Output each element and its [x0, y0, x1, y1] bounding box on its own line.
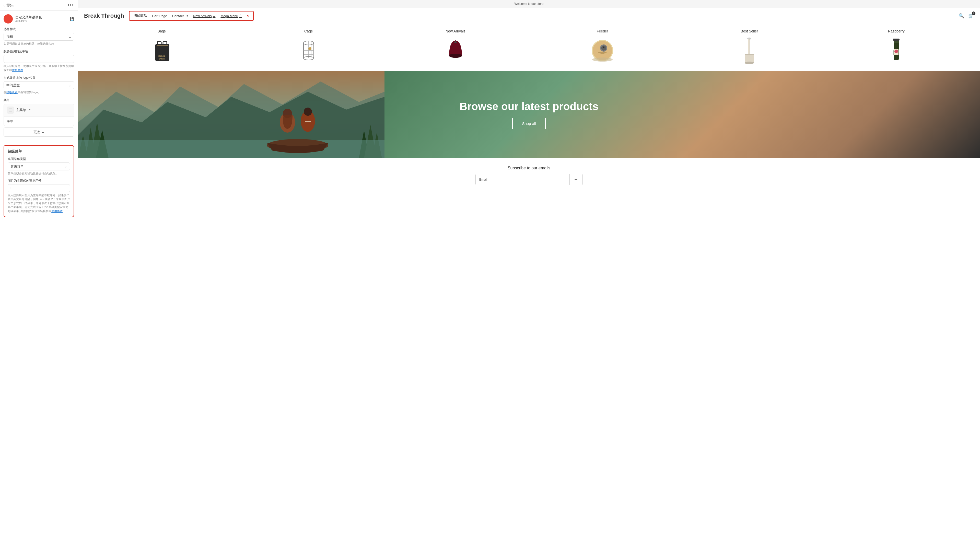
category-cage-img: [293, 35, 324, 66]
image-index-field-group: 图片为主形式的菜单序号 输入想要展示图片为主形式的导航序号，如果多个就用英文逗号…: [8, 179, 70, 213]
menu-field-group: 菜单 ☰ 主菜单 ↗ 菜单 更改 ⌄: [3, 98, 74, 137]
svg-rect-30: [745, 54, 754, 63]
nav-item-contact[interactable]: Contact us: [172, 14, 188, 18]
category-best-seller[interactable]: Best Seller: [734, 29, 765, 66]
svg-point-54: [304, 108, 312, 116]
nav-item-cart[interactable]: Cart Page: [152, 14, 167, 18]
panel-header: ‹ 标头 •••: [0, 0, 78, 11]
mega-menu-arrow-icon: ⌃: [239, 14, 242, 18]
header-right: 🔍 🛒 2: [959, 13, 974, 19]
template-settings-link[interactable]: 模板设置: [7, 91, 18, 94]
store-header: Break Through 测试商品 Cart Page Contact us …: [78, 8, 980, 24]
nav-bar: 测试商品 Cart Page Contact us New Arrivals ⌄…: [129, 11, 254, 21]
style-label: 选择样式: [3, 27, 74, 31]
back-button[interactable]: ‹ 标头: [3, 3, 13, 8]
email-row: →: [476, 174, 583, 185]
category-bags[interactable]: Bags DUNK CATCH: [146, 29, 177, 66]
nav-item-mega-menu[interactable]: Mega Menu ⌃: [220, 14, 242, 18]
color-text: 自定义菜单强调色 #EA4335: [15, 15, 42, 23]
color-name: 自定义菜单强调色: [15, 15, 42, 20]
highlight-input[interactable]: [3, 55, 74, 63]
svg-rect-35: [894, 41, 899, 43]
more-options-button[interactable]: •••: [68, 3, 74, 8]
style-select-wrapper: 加粗: [3, 33, 74, 41]
menu-card: ☰ 主菜单 ↗ 菜单: [3, 104, 74, 126]
image-index-label: 图片为主形式的菜单序号: [8, 179, 70, 183]
desktop-type-hint: 菜单类型会针对移动设备进行自动优化。: [8, 172, 70, 175]
svg-point-24: [603, 46, 605, 48]
category-raspberry-img: [881, 35, 912, 66]
image-index-hint: 输入想要展示图片为主形式的导航序号，如果多个就用英文逗号分隔，例如: 4,5 或…: [8, 194, 70, 213]
image-index-input[interactable]: [8, 184, 70, 192]
save-color-icon[interactable]: 💾: [70, 17, 74, 21]
color-row: 自定义菜单强调色 #EA4335 💾: [3, 14, 74, 23]
category-best-seller-label: Best Seller: [740, 29, 758, 33]
category-bags-label: Bags: [158, 29, 166, 33]
svg-rect-33: [893, 38, 899, 41]
category-best-seller-img: [734, 35, 765, 66]
hero-section: Browse our latest products Shop all: [78, 71, 980, 158]
category-feeder[interactable]: Feeder: [587, 29, 618, 66]
hero-title: Browse our latest products: [459, 101, 598, 112]
panel-body: 自定义菜单强调色 #EA4335 💾 选择样式 加粗 如需强调超级菜单的标题，建…: [0, 11, 78, 221]
cart-icon[interactable]: 🛒 2: [968, 13, 974, 19]
category-raspberry[interactable]: Raspberry: [881, 29, 912, 66]
color-swatch[interactable]: [3, 14, 13, 23]
left-panel: ‹ 标头 ••• 自定义菜单强调色 #EA4335 💾 选择样式 加粗: [0, 0, 78, 559]
highlight-field-group: 想要强调的菜单项 输入导航序号，使用英文逗号分隔，来展示上新红点提示或加粗使用参…: [3, 49, 74, 72]
svg-point-32: [745, 61, 754, 64]
change-menu-label: 更改: [33, 130, 40, 134]
category-new-arrivals[interactable]: New Arrivals: [440, 29, 471, 66]
super-menu-section: 超级菜单 桌面菜单类型 超级菜单 菜单类型会针对移动设备进行自动优化。 图片为主…: [3, 145, 74, 217]
highlight-label: 想要强调的菜单项: [3, 49, 74, 54]
supermenu-help-link[interactable]: 使用参考: [51, 210, 63, 213]
store-banner: Welcome to our store: [78, 0, 980, 8]
logo-position-select[interactable]: 中间居左: [3, 81, 74, 89]
change-menu-button[interactable]: 更改 ⌄: [3, 127, 74, 137]
svg-point-38: [894, 50, 898, 53]
menu-card-body: 菜单: [4, 116, 74, 126]
banner-text: Welcome to our store: [514, 2, 544, 6]
subscribe-title: Subscribe to our emails: [86, 166, 972, 170]
svg-point-39: [894, 58, 899, 60]
nav-item-new-arrivals[interactable]: New Arrivals ⌄: [193, 14, 215, 18]
desktop-type-select[interactable]: 超级菜单: [8, 162, 70, 170]
svg-rect-50: [78, 140, 385, 158]
right-panel: Welcome to our store Break Through 测试商品 …: [78, 0, 980, 559]
menu-card-header: ☰ 主菜单 ↗: [4, 104, 74, 116]
category-new-arrivals-img: [440, 35, 471, 66]
svg-point-16: [310, 47, 311, 49]
category-new-arrivals-label: New Arrivals: [446, 29, 466, 33]
hero-content: Browse our latest products Shop all: [459, 101, 598, 129]
logo-position-hint: 在模板设置中编辑您的 logo。: [3, 91, 74, 94]
highlight-link[interactable]: 使用参考: [12, 68, 23, 71]
svg-rect-31: [745, 54, 754, 55]
chevron-down-icon: ⌄: [41, 130, 45, 134]
back-arrow-icon: ‹: [3, 3, 5, 7]
category-nav: Bags DUNK CATCH Cage: [78, 24, 980, 71]
desktop-type-label: 桌面菜单类型: [8, 157, 70, 161]
desktop-type-field-group: 桌面菜单类型 超级菜单 菜单类型会针对移动设备进行自动优化。: [8, 157, 70, 175]
search-icon[interactable]: 🔍: [959, 13, 964, 19]
email-input[interactable]: [476, 174, 569, 185]
nav-item-test[interactable]: 测试商品: [134, 13, 147, 18]
svg-text:CATCH: CATCH: [159, 58, 165, 60]
new-arrivals-arrow-icon: ⌄: [213, 14, 215, 18]
color-hex: #EA4335: [15, 20, 42, 23]
color-info: 自定义菜单强调色 #EA4335: [3, 14, 42, 23]
email-submit-button[interactable]: →: [569, 174, 582, 185]
style-field-group: 选择样式 加粗 如需强调超级菜单的标题，建议选择加粗: [3, 27, 74, 46]
category-raspberry-label: Raspberry: [888, 29, 905, 33]
category-cage[interactable]: Cage: [293, 29, 324, 66]
menu-external-link-icon[interactable]: ↗: [28, 108, 31, 112]
svg-rect-27: [748, 38, 749, 54]
svg-point-25: [592, 58, 613, 61]
svg-rect-28: [749, 38, 750, 54]
shop-all-button[interactable]: Shop all: [512, 118, 545, 129]
category-cage-label: Cage: [304, 29, 313, 33]
menu-label: 菜单: [3, 98, 74, 103]
panel-title: 标头: [7, 3, 13, 8]
style-select[interactable]: 加粗: [3, 33, 74, 41]
cart-count: 2: [972, 12, 975, 15]
subscribe-section: Subscribe to our emails →: [78, 158, 980, 193]
